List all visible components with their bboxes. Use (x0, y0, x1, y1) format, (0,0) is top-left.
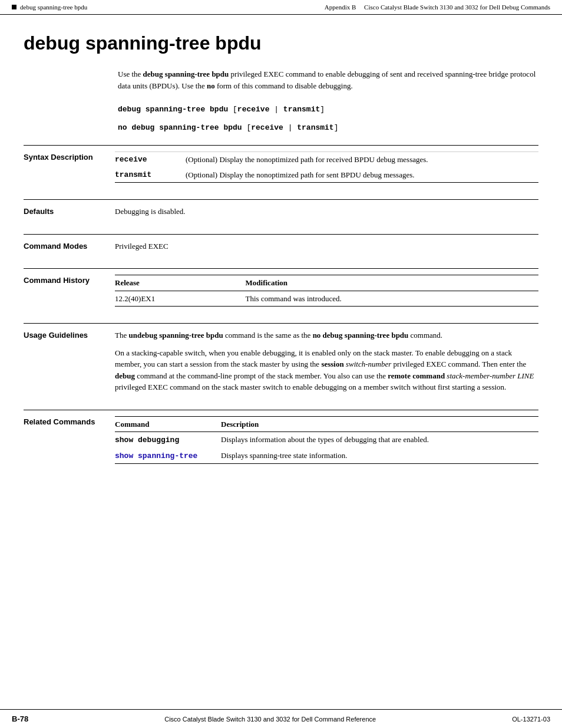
intro-bold1: debug spanning-tree bpdu (143, 70, 229, 78)
intro-paragraph: Use the debug spanning-tree bpdu privile… (118, 68, 538, 91)
usage-bold-debug: debug (115, 371, 135, 380)
usage-para-1: The undebug spanning-tree bpdu command i… (115, 330, 538, 341)
footer-doc-number: OL-13271-03 (512, 716, 550, 723)
related-commands-body: Command Description show debugging Displ… (115, 416, 538, 465)
usage-bold-remote: remote command (388, 371, 445, 380)
syntax-term-2: transmit (115, 167, 186, 183)
usage-guidelines-section: Usage Guidelines The undebug spanning-tr… (24, 323, 538, 399)
syntax-description-body: receive (Optional) Display the nonoptimi… (115, 151, 538, 183)
page-header: debug spanning-tree bpdu Appendix B Cisc… (0, 0, 562, 15)
usage-guidelines-body: The undebug spanning-tree bpdu command i… (115, 330, 538, 393)
related-desc-2: Displays spanning-tree state information… (221, 448, 538, 464)
usage-para-2: On a stacking-capable switch, when you e… (115, 347, 538, 393)
syntax-desc-1: (Optional) Display the nonoptimized path… (186, 152, 538, 167)
usage-guidelines-label: Usage Guidelines (24, 330, 115, 393)
usage-italic-stackline: stack-member-number LINE (447, 371, 534, 380)
related-desc-1: Displays information about the types of … (221, 432, 538, 448)
related-col-description: Description (221, 416, 538, 432)
syntax-description-label: Syntax Description (24, 151, 115, 183)
history-table: Release Modification 12.2(40)EX1 This co… (115, 275, 538, 307)
defaults-body: Debugging is disabled. (115, 206, 538, 218)
footer-title: Cisco Catalyst Blade Switch 3130 and 303… (164, 716, 376, 723)
related-cmd-1: show debugging (115, 432, 221, 448)
command-modes-section: Command Modes Privileged EXEC (24, 234, 538, 258)
page-content: debug spanning-tree bpdu Use the debug s… (0, 15, 562, 517)
usage-bold-undebug: undebug spanning-tree bpdu (128, 331, 223, 340)
header-appendix: Appendix B (325, 4, 356, 11)
page-footer: B-78 Cisco Catalyst Blade Switch 3130 an… (0, 709, 562, 728)
syntax-line-2-text: no debug spanning-tree bpdu [receive | t… (118, 123, 339, 132)
usage-bold-session: session (321, 360, 343, 368)
history-release-1: 12.2(40)EX1 (115, 291, 246, 307)
command-modes-text: Privileged EXEC (115, 242, 168, 251)
syntax-line-1-text: debug spanning-tree bpdu [receive | tran… (118, 105, 325, 114)
history-col-modification: Modification (246, 275, 538, 291)
intro-bold2: no (207, 81, 215, 90)
command-history-section: Command History Release Modification 12.… (24, 268, 538, 312)
header-bullet-icon (12, 5, 16, 9)
syntax-table: receive (Optional) Display the nonoptimi… (115, 151, 538, 183)
defaults-section: Defaults Debugging is disabled. (24, 199, 538, 223)
related-commands-label: Related Commands (24, 416, 115, 465)
syntax-line-2: no debug spanning-tree bpdu [receive | t… (118, 121, 538, 134)
syntax-description-section: Syntax Description receive (Optional) Di… (24, 145, 538, 189)
syntax-desc-2: (Optional) Display the nonoptimized path… (186, 167, 538, 183)
footer-page-number: B-78 (12, 714, 28, 723)
header-right: Appendix B Cisco Catalyst Blade Switch 3… (325, 4, 550, 11)
related-commands-section: Related Commands Command Description sho… (24, 410, 538, 470)
related-col-command: Command (115, 416, 221, 432)
table-row: receive (Optional) Display the nonoptimi… (115, 152, 538, 167)
syntax-term-1: receive (115, 152, 186, 167)
history-header-row: Release Modification (115, 275, 538, 291)
page-title: debug spanning-tree bpdu (24, 32, 538, 54)
related-cmd-text-1: show debugging (115, 436, 179, 444)
history-modification-1: This command was introduced. (246, 291, 538, 307)
table-row: 12.2(40)EX1 This command was introduced. (115, 291, 538, 307)
command-history-body: Release Modification 12.2(40)EX1 This co… (115, 275, 538, 307)
intro-text1: Use the (118, 70, 143, 78)
history-col-release: Release (115, 275, 246, 291)
defaults-text: Debugging is disabled. (115, 207, 186, 216)
intro-text3: form of this command to disable debuggin… (215, 81, 353, 90)
syntax-lines: debug spanning-tree bpdu [receive | tran… (118, 103, 538, 133)
header-breadcrumb: debug spanning-tree bpdu (20, 4, 87, 11)
table-row: show debugging Displays information abou… (115, 432, 538, 448)
defaults-label: Defaults (24, 206, 115, 218)
related-cmd-link-2[interactable]: show spanning-tree (115, 452, 197, 460)
usage-italic-switchnum: switch-number (346, 360, 391, 368)
table-row: transmit (Optional) Display the nonoptim… (115, 167, 538, 183)
intro-section: Use the debug spanning-tree bpdu privile… (118, 68, 538, 91)
command-history-label: Command History (24, 275, 115, 307)
syntax-line-1: debug spanning-tree bpdu [receive | tran… (118, 103, 538, 116)
usage-bold-nodebug: no debug spanning-tree bpdu (313, 331, 409, 340)
header-left: debug spanning-tree bpdu (12, 4, 87, 11)
related-cmd-2[interactable]: show spanning-tree (115, 448, 221, 464)
related-table: Command Description show debugging Displ… (115, 416, 538, 465)
table-row: show spanning-tree Displays spanning-tre… (115, 448, 538, 464)
command-modes-body: Privileged EXEC (115, 241, 538, 252)
header-title-right: Cisco Catalyst Blade Switch 3130 and 303… (364, 4, 550, 11)
command-modes-label: Command Modes (24, 241, 115, 252)
related-header-row: Command Description (115, 416, 538, 432)
